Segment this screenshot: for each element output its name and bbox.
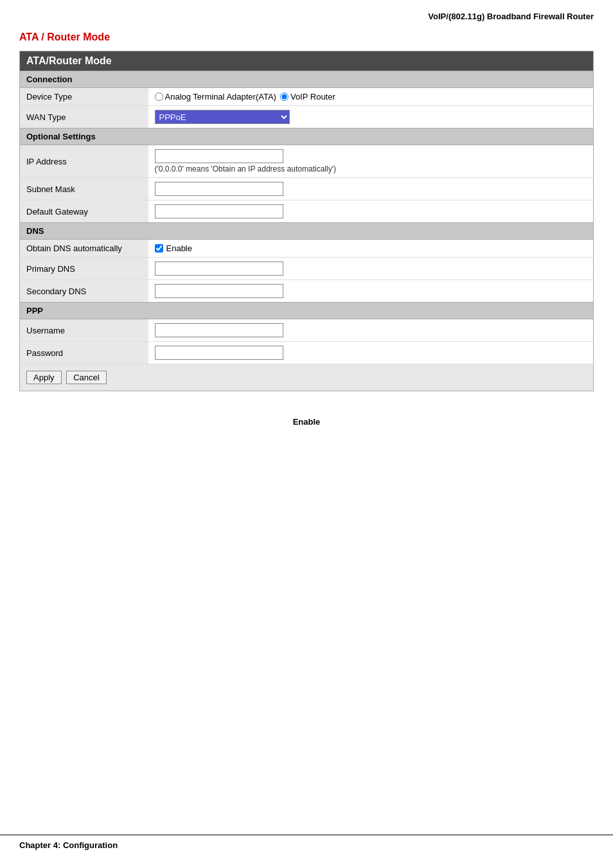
obtain-dns-checkbox[interactable]	[155, 244, 163, 252]
password-label: Password	[20, 342, 148, 364]
ip-address-value: ('0.0.0.0' means 'Obtain an IP address a…	[148, 145, 594, 178]
page-footer: Chapter 4: Configuration	[0, 835, 613, 855]
apply-button[interactable]: Apply	[26, 371, 62, 384]
ata-radio[interactable]	[155, 93, 163, 101]
ata-radio-label[interactable]: Analog Terminal Adapter(ATA)	[155, 92, 276, 102]
secondary-dns-label: Secondary DNS	[20, 280, 148, 303]
device-type-radio-group: Analog Terminal Adapter(ATA) VoIP Router	[155, 92, 587, 102]
main-table: ATA/Router Mode Connection Device Type A…	[19, 51, 594, 391]
ip-address-row: IP Address ('0.0.0.0' means 'Obtain an I…	[20, 145, 594, 178]
obtain-dns-value: Enable	[148, 240, 594, 258]
obtain-dns-checkbox-group: Enable	[155, 244, 587, 253]
obtain-dns-label: Obtain DNS automatically	[20, 240, 148, 258]
secondary-dns-value	[148, 280, 594, 303]
buttons-cell: Apply Cancel	[20, 364, 594, 391]
primary-dns-row: Primary DNS	[20, 258, 594, 280]
password-row: Password	[20, 342, 594, 364]
section-connection-header: Connection	[20, 71, 594, 88]
subnet-mask-input[interactable]	[155, 182, 283, 196]
section-optional-header: Optional Settings	[20, 128, 594, 145]
ata-label: Analog Terminal Adapter(ATA)	[165, 92, 276, 102]
footer-label: Chapter 4: Configuration	[19, 840, 118, 850]
subnet-mask-value	[148, 178, 594, 200]
username-row: Username	[20, 319, 594, 342]
standalone-text: Enable	[0, 391, 613, 452]
ip-field-container: ('0.0.0.0' means 'Obtain an IP address a…	[155, 149, 587, 173]
wan-type-value: PPPoE DHCP Static IP	[148, 106, 594, 128]
primary-dns-label: Primary DNS	[20, 258, 148, 280]
wan-type-select[interactable]: PPPoE DHCP Static IP	[155, 110, 290, 124]
password-value	[148, 342, 594, 364]
section-dns-header: DNS	[20, 223, 594, 240]
voip-radio[interactable]	[280, 93, 289, 101]
obtain-dns-checkbox-label: Enable	[166, 244, 192, 253]
ip-address-label: IP Address	[20, 145, 148, 178]
subnet-mask-label: Subnet Mask	[20, 178, 148, 200]
ip-address-hint: ('0.0.0.0' means 'Obtain an IP address a…	[155, 164, 587, 173]
table-title-row: ATA/Router Mode	[20, 51, 594, 71]
page-title: ATA / Router Mode	[0, 25, 613, 51]
primary-dns-value	[148, 258, 594, 280]
default-gateway-row: Default Gateway	[20, 200, 594, 223]
default-gateway-label: Default Gateway	[20, 200, 148, 223]
device-type-label: Device Type	[20, 88, 148, 106]
primary-dns-input[interactable]	[155, 261, 283, 276]
device-type-row: Device Type Analog Terminal Adapter(ATA)…	[20, 88, 594, 106]
wan-type-row: WAN Type PPPoE DHCP Static IP	[20, 106, 594, 128]
default-gateway-value	[148, 200, 594, 223]
device-type-value: Analog Terminal Adapter(ATA) VoIP Router	[148, 88, 594, 106]
default-gateway-input[interactable]	[155, 204, 283, 218]
secondary-dns-input[interactable]	[155, 284, 283, 298]
username-label: Username	[20, 319, 148, 342]
subnet-mask-row: Subnet Mask	[20, 178, 594, 200]
secondary-dns-row: Secondary DNS	[20, 280, 594, 303]
wan-type-label: WAN Type	[20, 106, 148, 128]
header-title: VoIP/(802.11g) Broadband Firewall Router	[428, 12, 594, 21]
obtain-dns-row: Obtain DNS automatically Enable	[20, 240, 594, 258]
voip-radio-label[interactable]: VoIP Router	[280, 92, 335, 102]
section-ppp-header: PPP	[20, 303, 594, 319]
buttons-row: Apply Cancel	[20, 364, 594, 391]
username-value	[148, 319, 594, 342]
cancel-button[interactable]: Cancel	[66, 371, 106, 384]
ip-address-input[interactable]	[155, 149, 283, 163]
page-header: VoIP/(802.11g) Broadband Firewall Router	[0, 0, 613, 25]
table-title: ATA/Router Mode	[20, 51, 594, 71]
password-input[interactable]	[155, 346, 283, 360]
voip-label: VoIP Router	[290, 92, 335, 102]
username-input[interactable]	[155, 323, 283, 337]
